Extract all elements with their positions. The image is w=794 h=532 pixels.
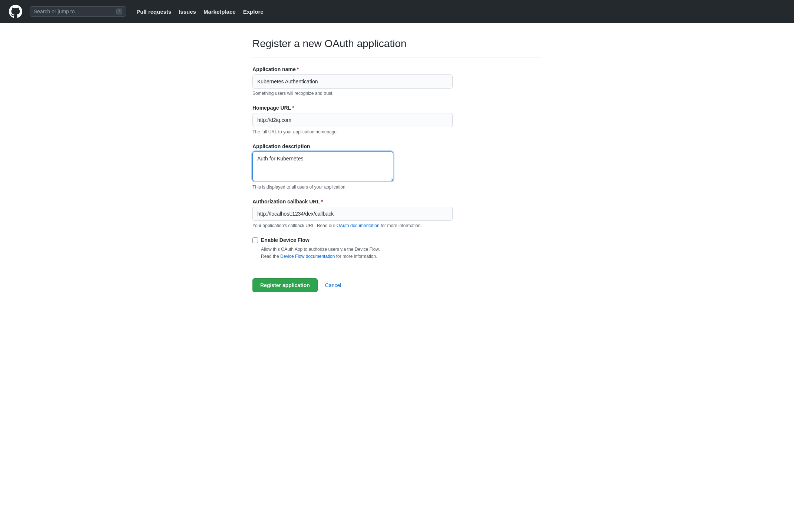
app-description-group: Application description Auth for Kuberne… [252, 143, 542, 190]
register-application-button[interactable]: Register application [252, 278, 318, 292]
oauth-docs-link[interactable]: OAuth documentation [337, 223, 380, 228]
app-name-input[interactable] [252, 74, 453, 89]
homepage-url-input[interactable] [252, 113, 453, 127]
bottom-divider [252, 269, 542, 269]
navbar: / Pull requests Issues Marketplace Explo… [0, 0, 794, 23]
search-input[interactable] [34, 9, 113, 14]
homepage-url-required: * [292, 105, 294, 111]
explore-link[interactable]: Explore [243, 9, 264, 15]
title-divider [252, 57, 542, 57]
app-description-label: Application description [252, 143, 542, 149]
app-description-hint: This is displayed to all users of your a… [252, 184, 542, 190]
search-bar[interactable]: / [30, 6, 126, 17]
app-name-label: Application name* [252, 66, 542, 72]
callback-url-input[interactable] [252, 207, 453, 221]
search-kbd-hint: / [116, 9, 122, 14]
app-description-textarea[interactable]: Auth for Kubernetes [252, 152, 393, 181]
callback-url-group: Authorization callback URL* Your applica… [252, 199, 542, 228]
callback-url-label: Authorization callback URL* [252, 199, 542, 205]
nav-links: Pull requests Issues Marketplace Explore [136, 9, 264, 15]
device-flow-checkbox[interactable] [252, 237, 258, 243]
device-flow-checkbox-row: Enable Device Flow [252, 237, 542, 243]
callback-url-hint: Your application's callback URL. Read ou… [252, 223, 542, 228]
github-logo[interactable] [9, 5, 22, 18]
app-name-required: * [297, 66, 299, 72]
app-name-hint: Something users will recognize and trust… [252, 91, 542, 96]
page-title: Register a new OAuth application [252, 38, 542, 50]
pull-requests-link[interactable]: Pull requests [136, 9, 171, 15]
device-flow-group: Enable Device Flow Allow this OAuth App … [252, 237, 542, 260]
app-name-group: Application name* Something users will r… [252, 66, 542, 96]
device-flow-docs-link[interactable]: Device Flow documentation [280, 254, 335, 259]
homepage-url-group: Homepage URL* The full URL to your appli… [252, 105, 542, 134]
callback-url-required: * [321, 199, 323, 205]
homepage-url-hint: The full URL to your application homepag… [252, 129, 542, 134]
marketplace-link[interactable]: Marketplace [204, 9, 236, 15]
action-row: Register application Cancel [252, 278, 542, 292]
homepage-url-label: Homepage URL* [252, 105, 542, 111]
device-flow-description: Allow this OAuth App to authorize users … [261, 246, 542, 260]
cancel-button[interactable]: Cancel [324, 279, 343, 291]
issues-link[interactable]: Issues [179, 9, 196, 15]
main-content: Register a new OAuth application Applica… [245, 23, 549, 315]
device-flow-label[interactable]: Enable Device Flow [261, 237, 310, 243]
